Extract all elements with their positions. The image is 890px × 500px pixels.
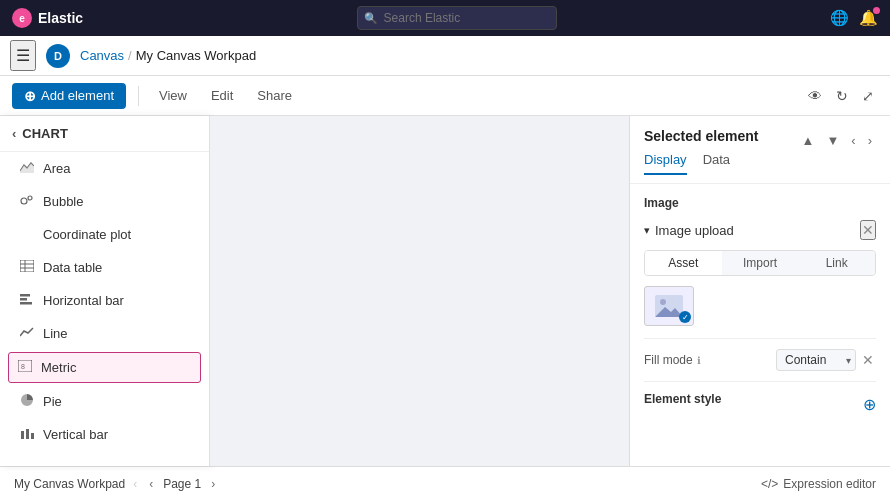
dropdown-item-horizontal-bar[interactable]: Horizontal bar xyxy=(0,284,209,317)
image-upload-header[interactable]: ▾ Image upload ✕ xyxy=(644,220,876,240)
top-nav: e Elastic 🔍 🌐 🔔 xyxy=(0,0,890,36)
area-chart-icon xyxy=(19,161,35,176)
notifications-icon[interactable]: 🔔 xyxy=(859,9,878,27)
elastic-logo-text: Elastic xyxy=(38,10,83,26)
arrow-right-button[interactable]: › xyxy=(864,131,876,150)
chevron-down-icon: ▾ xyxy=(644,224,650,237)
panel-arrows: ▲ ▼ ‹ › xyxy=(798,131,876,150)
dropdown-header: ‹ CHART xyxy=(0,116,209,152)
search-input[interactable] xyxy=(357,6,557,30)
element-style-label: Element style xyxy=(644,392,721,406)
globe-icon[interactable]: 🌐 xyxy=(830,9,849,27)
dropdown-item-pie[interactable]: Pie xyxy=(0,385,209,418)
breadcrumb-current: My Canvas Workpad xyxy=(136,48,256,63)
image-section-label: Image xyxy=(644,196,876,210)
fill-mode-value: Contain Cover Stretch ✕ xyxy=(776,349,876,371)
dropdown-header-label: CHART xyxy=(22,126,68,141)
close-section-button[interactable]: ✕ xyxy=(860,220,876,240)
search-input-wrap: 🔍 xyxy=(357,6,557,30)
coordinate-plot-label: Coordinate plot xyxy=(43,227,131,242)
elastic-logo-icon: e xyxy=(12,8,32,28)
svg-rect-12 xyxy=(21,431,24,439)
svg-rect-7 xyxy=(20,294,30,297)
vertical-bar-icon xyxy=(19,427,35,442)
chevron-left-icon[interactable]: ‹ xyxy=(12,126,16,141)
canvas-area[interactable] xyxy=(210,116,630,466)
toolbar: ⊕ Add element View Edit Share 👁 ↻ ⤢ xyxy=(0,76,890,116)
refresh-icon[interactable]: ↻ xyxy=(832,84,852,108)
dropdown-item-metric[interactable]: 8 Metric xyxy=(8,352,201,383)
divider2 xyxy=(644,381,876,382)
fill-mode-select-wrap: Contain Cover Stretch xyxy=(776,349,856,371)
svg-rect-8 xyxy=(20,298,27,301)
search-bar-container: 🔍 xyxy=(93,6,820,30)
fullscreen-icon[interactable]: ⤢ xyxy=(858,84,878,108)
dropdown-item-coordinate-plot[interactable]: Coordinate plot xyxy=(0,218,209,251)
svg-point-1 xyxy=(21,198,27,204)
hamburger-button[interactable]: ☰ xyxy=(10,40,36,71)
svg-rect-9 xyxy=(20,302,32,305)
fill-mode-clear-button[interactable]: ✕ xyxy=(860,350,876,370)
svg-marker-0 xyxy=(20,163,34,173)
elastic-logo: e Elastic xyxy=(12,8,83,28)
fill-mode-label: Fill mode ℹ xyxy=(644,353,701,367)
right-panel-tabs: Display Data xyxy=(644,152,876,175)
pie-label: Pie xyxy=(43,394,62,409)
asset-tab-import[interactable]: Import xyxy=(722,251,799,275)
edit-button[interactable]: Edit xyxy=(203,84,241,107)
avatar: D xyxy=(46,44,70,68)
svg-point-2 xyxy=(28,196,32,200)
image-upload-title: ▾ Image upload xyxy=(644,223,734,238)
tab-display[interactable]: Display xyxy=(644,152,687,175)
page-prev-button[interactable]: ‹ xyxy=(145,475,157,493)
page-next-button[interactable]: › xyxy=(207,475,219,493)
metric-label: Metric xyxy=(41,360,76,375)
breadcrumb-root[interactable]: Canvas xyxy=(80,48,124,63)
dropdown-item-vertical-bar[interactable]: Vertical bar xyxy=(0,418,209,451)
main-area: ‹ CHART Area Bubble Coordinate plot Data… xyxy=(0,116,890,466)
nav-right: 🌐 🔔 xyxy=(830,9,878,27)
dropdown-item-area[interactable]: Area xyxy=(0,152,209,185)
asset-tab-link[interactable]: Link xyxy=(798,251,875,275)
eye-icon[interactable]: 👁 xyxy=(804,84,826,108)
bottom-bar: My Canvas Workpad ‹ ‹ Page 1 › </> Expre… xyxy=(0,466,890,500)
dropdown-item-bubble[interactable]: Bubble xyxy=(0,185,209,218)
line-chart-icon xyxy=(19,326,35,341)
expression-editor-button[interactable]: </> Expression editor xyxy=(761,477,876,491)
right-panel-title: Selected element xyxy=(644,128,758,144)
svg-point-16 xyxy=(660,299,666,305)
breadcrumb-separator: / xyxy=(128,48,132,63)
second-nav: ☰ D Canvas / My Canvas Workpad xyxy=(0,36,890,76)
svg-rect-14 xyxy=(31,433,34,439)
toolbar-right: 👁 ↻ ⤢ xyxy=(804,84,878,108)
view-button[interactable]: View xyxy=(151,84,195,107)
svg-text:8: 8 xyxy=(21,363,25,370)
tab-data[interactable]: Data xyxy=(703,152,730,175)
vertical-bar-label: Vertical bar xyxy=(43,427,108,442)
chart-dropdown-panel: ‹ CHART Area Bubble Coordinate plot Data… xyxy=(0,116,210,466)
fill-mode-select[interactable]: Contain Cover Stretch xyxy=(776,349,856,371)
share-button[interactable]: Share xyxy=(249,84,300,107)
horizontal-bar-icon xyxy=(19,293,35,308)
add-style-button[interactable]: ⊕ xyxy=(863,395,876,414)
bottom-workpad-name: My Canvas Workpad xyxy=(14,477,125,491)
fill-mode-info-icon[interactable]: ℹ xyxy=(697,355,701,366)
notification-dot xyxy=(873,7,880,14)
right-panel: Selected element ▲ ▼ ‹ › Display Data Im… xyxy=(630,116,890,466)
asset-tabs: Asset Import Link xyxy=(644,250,876,276)
data-table-label: Data table xyxy=(43,260,102,275)
arrow-left-button[interactable]: ‹ xyxy=(847,131,859,150)
add-element-button[interactable]: ⊕ Add element xyxy=(12,83,126,109)
svg-rect-13 xyxy=(26,429,29,439)
arrow-down-button[interactable]: ▼ xyxy=(822,131,843,150)
metric-icon: 8 xyxy=(17,360,33,375)
dropdown-item-data-table[interactable]: Data table xyxy=(0,251,209,284)
bubble-label: Bubble xyxy=(43,194,83,209)
divider xyxy=(644,338,876,339)
expression-editor-icon: </> xyxy=(761,477,778,491)
asset-tab-asset[interactable]: Asset xyxy=(645,251,722,275)
bubble-chart-icon xyxy=(19,194,35,209)
arrow-up-button[interactable]: ▲ xyxy=(798,131,819,150)
toolbar-divider xyxy=(138,86,139,106)
dropdown-item-line[interactable]: Line xyxy=(0,317,209,350)
